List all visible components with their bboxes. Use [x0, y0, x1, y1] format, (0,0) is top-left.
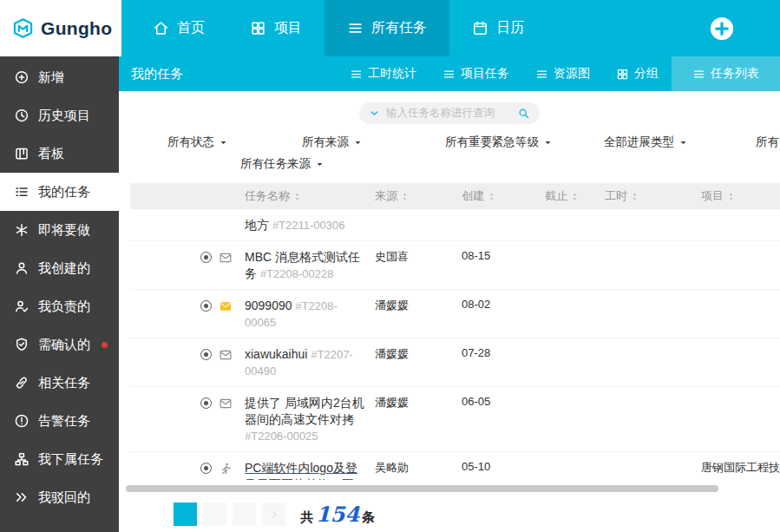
filter-dropdown[interactable]: 所有	[756, 135, 780, 150]
filter-label: 所有重要紧急等级	[445, 135, 539, 150]
sort-icon[interactable]	[487, 192, 496, 201]
sidebar-item[interactable]: 相关任务	[0, 364, 119, 402]
task-name-cell[interactable]: PC端软件内logo及登录界面图片替换，更改公司名称	[245, 460, 375, 480]
search-icon[interactable]	[517, 107, 530, 120]
filter-dropdown[interactable]: 所有来源	[302, 135, 363, 150]
column-header-label: 截止	[545, 188, 567, 204]
plus-icon	[709, 16, 735, 42]
filter-label: 所有来源	[302, 135, 349, 150]
sort-icon[interactable]	[570, 192, 580, 201]
row-radio[interactable]	[200, 397, 212, 409]
task-row[interactable]: PC端软件内logo及登录界面图片替换，更改公司名称 吴略勋 05-10 唐钢国…	[130, 452, 780, 480]
sub-header: 我的任务 工时统计 项目任务 资源图	[119, 56, 780, 91]
page-button[interactable]	[233, 502, 256, 526]
filter-dropdown[interactable]: 所有状态	[167, 135, 228, 150]
nav-item-label: 首页	[177, 19, 205, 37]
task-id: #T2208-00228	[260, 267, 334, 280]
filter-label: 所有任务来源	[240, 156, 311, 172]
pagination: 共 154 条	[174, 502, 780, 527]
row-radio[interactable]	[200, 463, 212, 474]
nav-item[interactable]: 所有任务	[324, 0, 449, 56]
filter-dropdown[interactable]: 全部进展类型	[604, 135, 688, 150]
list-icon	[347, 20, 364, 36]
chevron-right-icon	[269, 509, 279, 520]
filter-dropdown[interactable]: 所有重要紧急等级	[445, 135, 553, 150]
page-button[interactable]	[203, 502, 226, 526]
sidebar-item-label: 我的任务	[38, 184, 90, 200]
nav-item[interactable]: 日历	[449, 0, 547, 56]
list-icon	[692, 68, 705, 81]
column-header-label: 创建	[462, 188, 484, 204]
logo[interactable]: Gungho	[0, 0, 121, 56]
task-name-cell[interactable]: MBC 消息格式测试任务 #T2208-00228	[245, 249, 375, 282]
sort-icon[interactable]	[726, 192, 736, 201]
sort-icon[interactable]	[630, 192, 639, 201]
sort-icon[interactable]	[400, 192, 410, 201]
sidebar-item[interactable]: 我下属任务	[0, 440, 119, 478]
sidebar-item[interactable]: 我创建的	[0, 249, 119, 287]
runner-icon	[219, 460, 245, 476]
sidebar-item[interactable]: 看板	[0, 135, 119, 173]
row-radio[interactable]	[200, 349, 212, 360]
view-tab[interactable]: 分组	[603, 56, 672, 91]
sidebar-item[interactable]: 我驳回的	[0, 478, 119, 516]
task-row[interactable]: MBC 消息格式测试任务 #T2208-00228 史国喜 08-15	[130, 241, 780, 290]
filter-dropdown[interactable]: 所有任务来源	[240, 156, 324, 172]
chevron-down-icon[interactable]	[369, 108, 380, 119]
list-icon	[535, 68, 548, 81]
sidebar-item[interactable]: 我的任务	[0, 173, 119, 211]
task-row[interactable]: 地方 #T2211-00306	[130, 209, 780, 241]
task-id: #T2206-00025	[245, 430, 318, 443]
view-tab-label: 任务列表	[711, 66, 759, 82]
task-name-cell[interactable]: 提供了 局域网内2台机器间的高速文件对拷 #T2206-00025	[245, 395, 375, 444]
task-name-cell[interactable]: 地方 #T2211-00306	[245, 217, 375, 233]
task-source: 潘媛媛	[375, 298, 462, 313]
view-tab[interactable]: 任务列表	[672, 56, 780, 91]
column-header[interactable]: 来源	[375, 188, 462, 204]
next-page-button[interactable]	[262, 502, 285, 526]
sidebar-item[interactable]: 需确认的	[0, 325, 119, 364]
column-header[interactable]: 项目	[701, 188, 780, 204]
nav-item[interactable]: 项目	[227, 0, 324, 56]
column-header[interactable]: 创建	[462, 188, 545, 204]
task-source: 潘媛媛	[375, 395, 462, 410]
sort-icon[interactable]	[292, 192, 302, 201]
view-tab[interactable]: 资源图	[522, 56, 603, 91]
nav-item-label: 项目	[274, 19, 302, 37]
envelope-icon	[219, 249, 245, 265]
task-name-cell[interactable]: 9099090 #T2208-00065	[245, 298, 375, 331]
top-nav: 首页 项目 所有任务 日历	[130, 0, 547, 56]
filter-label: 所有状态	[167, 135, 214, 150]
scrollbar-thumb[interactable]	[126, 485, 718, 492]
column-header-label: 来源	[375, 188, 397, 204]
nav-item[interactable]: 首页	[130, 0, 227, 56]
horizontal-scrollbar	[126, 485, 780, 492]
column-header[interactable]: 截止	[545, 188, 605, 204]
total-number: 154	[316, 502, 359, 527]
total-suffix: 条	[362, 509, 375, 526]
column-header[interactable]: 任务名称	[245, 188, 375, 204]
calendar-icon	[472, 20, 488, 36]
row-radio[interactable]	[200, 300, 212, 312]
sidebar-item[interactable]: 我负责的	[0, 287, 119, 325]
view-tab[interactable]: 项目任务	[429, 56, 522, 91]
sidebar-item[interactable]: 历史项目	[0, 96, 119, 135]
task-row[interactable]: 9099090 #T2208-00065 潘媛媛 08-02	[130, 290, 780, 338]
task-row[interactable]: xiawukaihui #T2207-00490 潘媛媛 07-28	[130, 338, 780, 387]
chevron-down-icon	[353, 138, 363, 148]
sidebar-item[interactable]: 即将要做	[0, 211, 119, 249]
total-prefix: 共	[300, 509, 313, 526]
add-button[interactable]	[709, 16, 735, 42]
row-radio[interactable]	[200, 252, 212, 263]
view-tab[interactable]: 工时统计	[337, 56, 429, 91]
task-row[interactable]: 提供了 局域网内2台机器间的高速文件对拷 #T2206-00025 潘媛媛 06…	[130, 387, 780, 452]
page-button[interactable]	[174, 502, 197, 526]
task-source: 潘媛媛	[375, 346, 462, 362]
search-input[interactable]: 输入任务名称进行查询	[359, 102, 540, 124]
sidebar-item[interactable]: 新增	[0, 58, 119, 96]
sidebar-item[interactable]: 告警任务	[0, 402, 119, 440]
envelope-icon	[219, 346, 245, 362]
column-header[interactable]: 工时	[605, 188, 701, 204]
task-name-cell[interactable]: xiawukaihui #T2207-00490	[245, 346, 375, 379]
body-frame: 新增 历史项目 看板 我的任务 即将要做	[0, 56, 780, 532]
